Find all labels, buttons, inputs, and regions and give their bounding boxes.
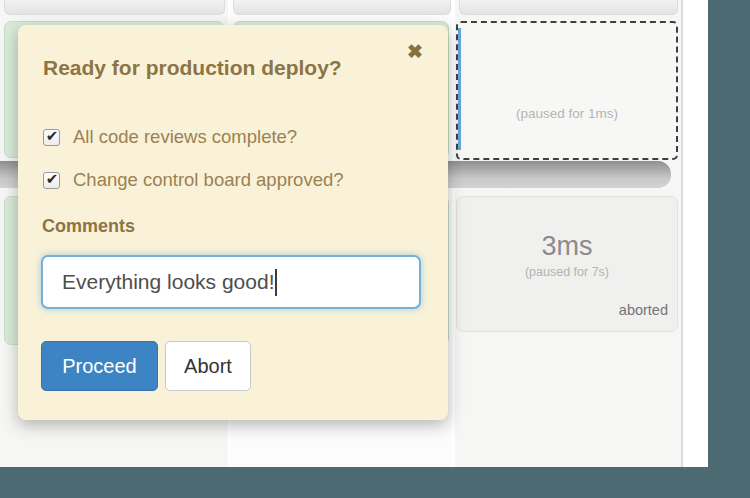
previous-row-card-edge-3: [459, 0, 678, 15]
close-icon[interactable]: ✖: [407, 42, 423, 61]
abort-button[interactable]: Abort: [165, 341, 251, 391]
stage-paused-note: (paused for 7s): [457, 265, 677, 279]
previous-row-card-edge-1: [4, 0, 225, 15]
checkmark-icon: ✔: [46, 128, 59, 143]
comments-input-value: Everything looks good!: [62, 270, 274, 294]
checkbox-code-reviews[interactable]: ✔: [43, 129, 60, 146]
pipeline-screen: (paused for 1ms) 3ms (paused for 7s) abo…: [0, 0, 750, 498]
stage-card-aborted[interactable]: 3ms (paused for 7s) aborted: [456, 196, 678, 332]
checkbox-row-change-control: ✔ Change control board approved?: [43, 169, 344, 191]
checkmark-icon: ✔: [46, 171, 59, 186]
proceed-button[interactable]: Proceed: [41, 341, 158, 391]
comments-input[interactable]: Everything looks good!: [41, 255, 421, 309]
text-caret: [275, 269, 277, 296]
stage-paused-note: (paused for 1ms): [458, 106, 676, 121]
stage-duration: 3ms: [457, 231, 677, 262]
checkbox-label-code-reviews: All code reviews complete?: [73, 126, 297, 148]
stage-status-badge: aborted: [619, 302, 668, 318]
input-dialog: ✖ Ready for production deploy? ✔ All cod…: [18, 25, 448, 420]
previous-row-card-edge-2: [233, 0, 451, 15]
dialog-button-row: Proceed Abort: [41, 341, 251, 391]
stage-progress-indicator: [458, 28, 461, 150]
stage-card-paused[interactable]: (paused for 1ms): [456, 21, 678, 160]
checkbox-row-code-reviews: ✔ All code reviews complete?: [43, 126, 297, 148]
dialog-title: Ready for production deploy?: [43, 56, 342, 80]
checkbox-change-control[interactable]: ✔: [43, 172, 60, 189]
comments-label: Comments: [42, 216, 135, 237]
checkbox-label-change-control: Change control board approved?: [73, 169, 344, 191]
